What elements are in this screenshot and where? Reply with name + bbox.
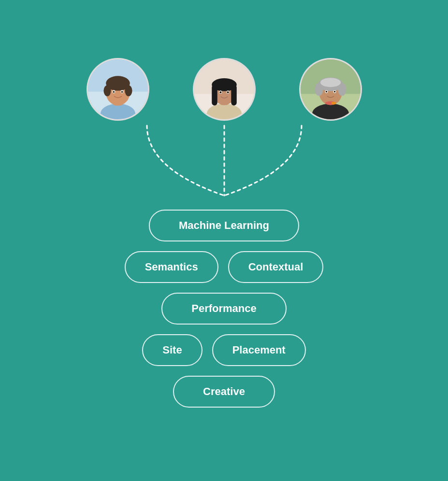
- pills-row-5: Creative: [173, 376, 275, 408]
- avatars-row: [87, 58, 362, 121]
- site-pill[interactable]: Site: [142, 334, 202, 366]
- avatar-right: [299, 58, 362, 121]
- svg-point-11: [121, 91, 122, 93]
- pills-row-1: Machine Learning: [149, 210, 299, 241]
- main-container: Machine Learning Semantics Contextual Pe…: [0, 0, 448, 481]
- svg-point-32: [320, 78, 341, 87]
- creative-pill[interactable]: Creative: [173, 376, 275, 408]
- svg-point-7: [125, 85, 132, 96]
- svg-point-10: [113, 91, 114, 93]
- placement-pill[interactable]: Placement: [212, 334, 306, 366]
- avatar-left: [87, 58, 149, 121]
- svg-rect-19: [231, 85, 236, 105]
- svg-point-38: [331, 102, 336, 105]
- avatar-right-circle: [299, 58, 362, 121]
- pills-row-2: Semantics Contextual: [125, 251, 324, 283]
- svg-point-6: [103, 85, 111, 96]
- avatar-center-circle: [193, 58, 256, 121]
- semantics-pill[interactable]: Semantics: [125, 251, 218, 283]
- connector-lines: [99, 121, 350, 205]
- machine-learning-pill[interactable]: Machine Learning: [149, 210, 299, 241]
- contextual-pill[interactable]: Contextual: [228, 251, 324, 283]
- svg-point-36: [333, 91, 335, 92]
- pills-row-4: Site Placement: [142, 334, 305, 366]
- svg-point-22: [219, 91, 221, 93]
- avatar-center: [193, 58, 256, 121]
- pills-row-3: Performance: [161, 293, 287, 325]
- svg-point-23: [227, 91, 229, 93]
- pills-container: Machine Learning Semantics Contextual Pe…: [125, 210, 324, 408]
- avatar-left-circle: [87, 58, 149, 121]
- svg-rect-18: [212, 85, 217, 105]
- svg-point-35: [325, 91, 327, 92]
- performance-pill[interactable]: Performance: [161, 293, 287, 325]
